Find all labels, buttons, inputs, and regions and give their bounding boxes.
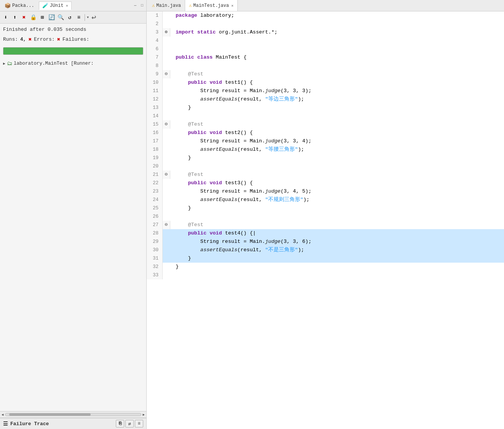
tab-maintest-java-close[interactable]: ✕ bbox=[231, 3, 234, 8]
clipboard-button[interactable]: ↺ bbox=[66, 13, 74, 22]
minimize-button[interactable]: — bbox=[133, 3, 138, 8]
line-num-31: 31 bbox=[147, 254, 163, 263]
line-num-3: 3 bbox=[147, 28, 163, 37]
code-line-7: 7 public class MainTest { bbox=[147, 53, 504, 62]
code-line-18: 18 assertEquals(result, "等腰三角形"); bbox=[147, 145, 504, 154]
failures-label: Failures: bbox=[62, 37, 89, 42]
ft-copy-button[interactable]: ⎘ bbox=[116, 420, 124, 427]
line-num-18: 18 bbox=[147, 145, 163, 154]
status-text: Finished after 0.035 seconds bbox=[3, 27, 86, 32]
left-toolbar: ⬇ ⬆ ✖ 🔒 ⊞ 🔄 🔍 ↺ ≡ ▾ ↩ bbox=[0, 11, 146, 24]
failure-trace-icon: ☰ bbox=[3, 421, 8, 427]
line-content-21: @Test bbox=[172, 171, 504, 179]
prev-failure-button[interactable]: ⬆ bbox=[11, 13, 19, 22]
lock-button[interactable]: 🔒 bbox=[29, 13, 37, 22]
code-line-17: 17 String result = Main.judge(3, 3, 4); bbox=[147, 137, 504, 145]
scroll-left-arrow[interactable]: ◀ bbox=[2, 413, 3, 417]
tab-package-explorer[interactable]: 📦 Packa... bbox=[2, 2, 37, 10]
errors-label: Errors: bbox=[34, 37, 55, 42]
line-num-27: 27 bbox=[147, 221, 163, 229]
maximize-button[interactable]: □ bbox=[139, 3, 145, 8]
line-content-1: package laboratory; bbox=[172, 11, 504, 20]
rerun-button[interactable]: 🔄 bbox=[47, 13, 56, 22]
line-num-29: 29 bbox=[147, 238, 163, 246]
toolbar-separator bbox=[85, 14, 85, 21]
code-line-26: 26 bbox=[147, 212, 504, 221]
line-content-7: public class MainTest { bbox=[172, 53, 504, 62]
code-line-4: 4 bbox=[147, 37, 504, 45]
code-line-11: 11 String result = Main.judge(3, 3, 3); bbox=[147, 87, 504, 95]
code-line-2: 2 bbox=[147, 20, 504, 28]
code-line-20: 20 bbox=[147, 162, 504, 171]
code-editor[interactable]: 1 package laboratory; 2 3 ⊕ import stati… bbox=[147, 11, 504, 429]
code-line-25: 25 } bbox=[147, 204, 504, 212]
scroll-right-arrow[interactable]: ▶ bbox=[143, 413, 145, 417]
code-line-9: 9 ⊖ @Test bbox=[147, 70, 504, 78]
tab-main-java[interactable]: ⚠ Main.java bbox=[148, 0, 185, 11]
return-button[interactable]: ↩ bbox=[91, 13, 96, 22]
tab-main-java-label: Main.java bbox=[156, 3, 181, 8]
scrollbar-track[interactable] bbox=[5, 413, 141, 416]
code-line-13: 13 } bbox=[147, 104, 504, 112]
line-num-13: 13 bbox=[147, 104, 163, 112]
line-gutter-9: ⊖ bbox=[163, 70, 170, 78]
code-line-14: 14 bbox=[147, 112, 504, 120]
code-line-8: 8 bbox=[147, 62, 504, 70]
tab-junit[interactable]: 🧪 JUnit ✕ bbox=[39, 2, 72, 10]
code-line-33: 33 bbox=[147, 271, 504, 279]
line-content-26 bbox=[172, 212, 504, 221]
line-num-11: 11 bbox=[147, 87, 163, 95]
code-line-23: 23 String result = Main.judge(3, 4, 5); bbox=[147, 187, 504, 196]
line-num-14: 14 bbox=[147, 112, 163, 120]
maintest-java-icon: ⚠ bbox=[189, 3, 192, 8]
line-num-19: 19 bbox=[147, 154, 163, 162]
collapse-button[interactable]: ≡ bbox=[75, 13, 83, 22]
line-content-3: import static org.junit.Assert.*; bbox=[172, 28, 504, 37]
line-content-33 bbox=[172, 271, 504, 279]
line-num-21: 21 bbox=[147, 171, 163, 179]
line-gutter-21: ⊖ bbox=[163, 171, 170, 179]
tab-maintest-java[interactable]: ⚠ MainTest.java ✕ bbox=[185, 0, 238, 11]
runs-count: 4, bbox=[20, 37, 26, 42]
line-gutter-27: ⊖ bbox=[163, 221, 170, 229]
line-num-20: 20 bbox=[147, 162, 163, 171]
line-content-22: public void test3() { bbox=[172, 179, 504, 187]
toolbar-dropdown[interactable]: ▾ bbox=[86, 14, 89, 20]
window-controls: — □ bbox=[133, 3, 145, 8]
progress-bar-container bbox=[3, 47, 143, 55]
stop-button[interactable]: ✖ bbox=[20, 13, 28, 22]
line-content-28: public void test4() {| bbox=[172, 229, 504, 238]
line-gutter-15: ⊖ bbox=[163, 120, 170, 129]
line-content-24: assertEquals(result, "不规则三角形"); bbox=[172, 196, 504, 204]
code-line-29: 29 String result = Main.judge(3, 3, 6); bbox=[147, 238, 504, 246]
tree-node-icon: 🗂 bbox=[7, 61, 12, 67]
tab-package-label: Packa... bbox=[12, 3, 34, 8]
tab-junit-close[interactable]: ✕ bbox=[66, 3, 68, 8]
line-num-33: 33 bbox=[147, 271, 163, 279]
failure-trace-buttons: ⎘ ⇌ ≡ bbox=[116, 420, 143, 427]
line-content-23: String result = Main.judge(3, 4, 5); bbox=[172, 187, 504, 196]
line-content-14 bbox=[172, 112, 504, 120]
code-line-30: 30 assertEquals(result, "不是三角形"); bbox=[147, 246, 504, 254]
line-num-10: 10 bbox=[147, 78, 163, 87]
ft-filter-button[interactable]: ⇌ bbox=[125, 420, 134, 427]
history-button[interactable]: ⊞ bbox=[38, 13, 46, 22]
line-content-31: } bbox=[172, 254, 504, 263]
code-line-10: 10 public void test1() { bbox=[147, 78, 504, 87]
code-line-12: 12 assertEquals(result, "等边三角形"); bbox=[147, 95, 504, 104]
horizontal-scrollbar[interactable]: ◀ ▶ bbox=[0, 411, 146, 418]
line-content-27: @Test bbox=[172, 221, 504, 229]
next-failure-button[interactable]: ⬇ bbox=[2, 13, 10, 22]
line-num-24: 24 bbox=[147, 196, 163, 204]
code-line-32: 32 } bbox=[147, 263, 504, 271]
line-content-9: @Test bbox=[172, 70, 504, 78]
line-content-2 bbox=[172, 20, 504, 28]
scrollbar-thumb[interactable] bbox=[9, 413, 90, 416]
right-panel: ⚠ Main.java ⚠ MainTest.java ✕ 1 package … bbox=[147, 0, 504, 429]
line-num-23: 23 bbox=[147, 187, 163, 196]
runs-area: Runs: 4, ✖ Errors: ✖ Failures: bbox=[0, 34, 146, 45]
ft-stack-button[interactable]: ≡ bbox=[135, 420, 143, 427]
failures-icon: ✖ bbox=[57, 36, 60, 43]
tree-item-maintest[interactable]: ▶ 🗂 laboratory.MainTest [Runner: bbox=[2, 59, 145, 68]
refresh-button[interactable]: 🔍 bbox=[56, 13, 65, 22]
